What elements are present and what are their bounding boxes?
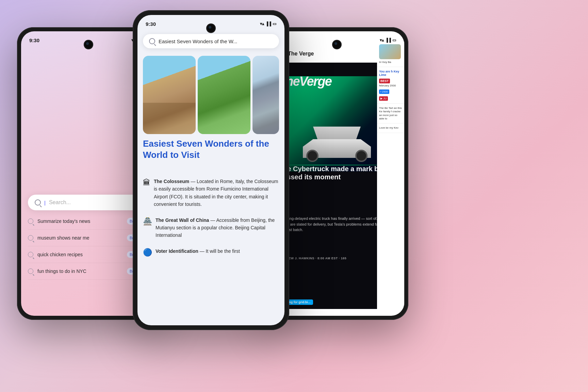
- colosseum-image: [143, 56, 196, 134]
- great-wall-icon: 🏯: [143, 217, 152, 239]
- verge-site-name: The Verge: [288, 51, 314, 57]
- side-text-3: The Be Tart an this Ke family f cracke a…: [379, 107, 402, 121]
- great-wall-image: [198, 56, 250, 134]
- right-wifi-icon: ▾▴: [380, 38, 384, 43]
- suggestion-item-2[interactable]: museum shows near me Browse fo: [28, 230, 149, 246]
- center-signal-icon: ▐▐: [265, 21, 271, 26]
- article-text-2: The Great Wall of China — Accessible fro…: [156, 216, 279, 239]
- colosseum-name: The Colosseum: [154, 179, 189, 184]
- fb-count: 2930: [382, 90, 388, 93]
- phone-right-screen: 9:30 ▾▴ ▐▐ ▭ V The Verge Menu +: [270, 31, 404, 316]
- jump-badge: ▶ JU: [379, 96, 388, 101]
- right-status-icons: ▾▴ ▐▐ ▭: [380, 38, 396, 43]
- side-panel-item-2: You are h Key Lime BEST february 2930 f …: [377, 67, 404, 103]
- suggestion-icon-3: [28, 252, 33, 257]
- suggestion-item-3[interactable]: quick chicken recipes Browse fo: [28, 246, 149, 263]
- great-wall-name: The Great Wall of China: [156, 217, 209, 223]
- search-cursor: |: [44, 200, 46, 206]
- truck-wheel-right: [355, 150, 368, 162]
- article-item-2: 🏯 The Great Wall of China — Accessible f…: [143, 216, 279, 239]
- suggestion-text-1: Summarize today's news: [37, 218, 123, 224]
- suggestion-text-2: museum shows near me: [37, 235, 123, 241]
- center-wifi-icon: ▾▴: [260, 21, 264, 26]
- article-title: Easiest Seven Wonders of the World to Vi…: [143, 138, 279, 160]
- center-search-bar[interactable]: Easiest Seven Wonders of the W...: [143, 34, 279, 48]
- article-text-3: Voter Identification — It will be the fi…: [156, 247, 240, 257]
- left-search-icon: [35, 199, 41, 206]
- suggestion-item-4[interactable]: fun things to do in NYC Browse fo: [28, 263, 149, 280]
- truck-wheel-left: [306, 150, 318, 162]
- center-status-icons: ▾▴ ▐▐ ▭: [260, 21, 276, 26]
- left-status-time: 9:30: [29, 37, 39, 43]
- article-body: 🏛 The Colosseum — Located in Rome, Italy…: [143, 178, 279, 265]
- phone-center-screen: 9:30 ▾▴ ▐▐ ▭ Easiest Seven Wonders of th…: [137, 15, 284, 325]
- side-label-2: You are h Key Lime: [379, 70, 402, 77]
- center-images-row: [143, 56, 279, 134]
- side-panel-item-3: The Be Tart an this Ke family f cracke a…: [377, 104, 404, 124]
- side-date: february 2930: [379, 84, 402, 87]
- phone-center: 9:30 ▾▴ ▐▐ ▭ Easiest Seven Wonders of th…: [133, 10, 289, 330]
- article-text-1: The Colosseum — Located in Rome, Italy, …: [154, 178, 279, 208]
- center-phone-content: 9:30 ▾▴ ▐▐ ▭ Easiest Seven Wonders of th…: [137, 15, 284, 325]
- suggestion-text-4: fun things to do in NYC: [37, 268, 123, 274]
- best-badge: BEST: [379, 79, 390, 83]
- voter-name: Voter Identification: [156, 248, 198, 254]
- fb-badge: f 2930: [379, 89, 389, 94]
- center-camera: [207, 24, 215, 32]
- center-status-time: 9:30: [146, 21, 156, 27]
- stone-image: [252, 56, 279, 134]
- right-camera: [333, 41, 341, 48]
- truck-cab: [313, 127, 361, 140]
- article-item-1: 🏛 The Colosseum — Located in Rome, Italy…: [143, 178, 279, 208]
- right-phone-content: 9:30 ▾▴ ▐▐ ▭ V The Verge Menu +: [270, 31, 404, 316]
- center-search-icon: [149, 38, 155, 44]
- suggestion-icon-1: [28, 218, 33, 224]
- cybertruck-shape: [299, 131, 374, 165]
- suggestion-text-3: quick chicken recipes: [37, 252, 123, 257]
- suggestion-icon-2: [28, 235, 33, 241]
- suggestion-item-1[interactable]: Summarize today's news Browse fo: [28, 213, 149, 230]
- voter-icon: 🔵: [143, 248, 152, 257]
- side-text-4: Love ke my Kev: [379, 126, 402, 130]
- search-placeholder: Search...: [49, 199, 71, 206]
- colosseum-icon: 🏛: [143, 178, 150, 208]
- center-battery-icon: ▭: [273, 21, 276, 26]
- suggestion-icon-4: [28, 268, 33, 274]
- left-search-box[interactable]: | Search...: [28, 195, 149, 210]
- left-camera: [85, 41, 92, 48]
- center-search-text: Easiest Seven Wonders of the W...: [159, 38, 238, 44]
- right-signal-icon: ▐▐: [385, 38, 391, 43]
- side-panel-item-4: Love ke my Kev: [377, 124, 404, 133]
- verge-headline: The Cybertruck made a mark but missed it…: [279, 165, 395, 181]
- voter-desc: — It will be the first: [200, 248, 240, 254]
- left-search-container: | Search... Summarize today's news Brows…: [28, 195, 149, 280]
- right-battery-icon: ▭: [392, 38, 396, 43]
- side-text-1: Irr Key Ba: [379, 61, 402, 64]
- article-item-3: 🔵 Voter Identification — It will be the …: [143, 247, 279, 257]
